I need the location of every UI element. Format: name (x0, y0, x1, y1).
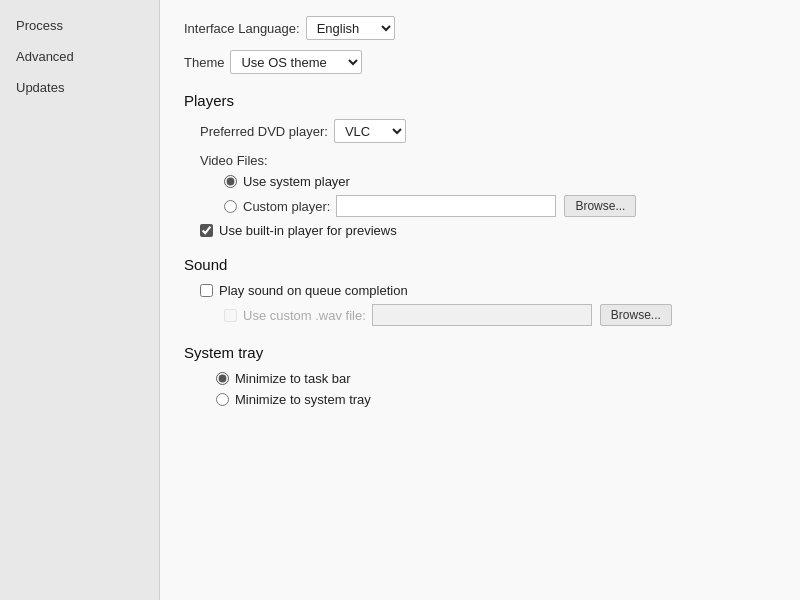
system-tray-section-title: System tray (184, 344, 776, 361)
builtin-player-row: Use built-in player for previews (200, 223, 776, 238)
minimize-tray-radio[interactable] (216, 393, 229, 406)
minimize-tray-row: Minimize to system tray (216, 392, 776, 407)
builtin-player-label: Use built-in player for previews (219, 223, 397, 238)
custom-wav-row: Use custom .wav file: Browse... (224, 304, 776, 326)
use-system-player-row: Use system player (224, 174, 776, 189)
players-section-title: Players (184, 92, 776, 109)
builtin-player-checkbox[interactable] (200, 224, 213, 237)
custom-player-row: Custom player: Browse... (224, 195, 776, 217)
custom-player-input-group: Browse... (336, 195, 636, 217)
sidebar: Process Advanced Updates (0, 0, 160, 600)
custom-wav-browse-button[interactable]: Browse... (600, 304, 672, 326)
custom-player-label: Custom player: (243, 199, 330, 214)
video-files-label: Video Files: (200, 153, 776, 168)
sidebar-item-updates[interactable]: Updates (0, 72, 159, 103)
interface-language-row: Interface Language: English (184, 16, 776, 40)
custom-wav-input[interactable] (372, 304, 592, 326)
interface-language-label: Interface Language: (184, 21, 300, 36)
custom-player-browse-button[interactable]: Browse... (564, 195, 636, 217)
dvd-player-row: Preferred DVD player: VLC (200, 119, 776, 143)
minimize-tray-label: Minimize to system tray (235, 392, 371, 407)
sound-section-title: Sound (184, 256, 776, 273)
custom-wav-checkbox[interactable] (224, 309, 237, 322)
minimize-taskbar-row: Minimize to task bar (216, 371, 776, 386)
interface-language-select[interactable]: English (306, 16, 395, 40)
custom-player-input[interactable] (336, 195, 556, 217)
sidebar-item-process[interactable]: Process (0, 10, 159, 41)
custom-wav-label: Use custom .wav file: (243, 308, 366, 323)
minimize-taskbar-label: Minimize to task bar (235, 371, 351, 386)
use-system-player-label: Use system player (243, 174, 350, 189)
minimize-taskbar-radio[interactable] (216, 372, 229, 385)
dvd-player-select[interactable]: VLC (334, 119, 406, 143)
play-sound-checkbox[interactable] (200, 284, 213, 297)
custom-player-radio[interactable] (224, 200, 237, 213)
theme-row: Theme Use OS theme (184, 50, 776, 74)
play-sound-row: Play sound on queue completion (200, 283, 776, 298)
theme-label: Theme (184, 55, 224, 70)
system-tray-subsection: Minimize to task bar Minimize to system … (200, 371, 776, 407)
sound-subsection: Play sound on queue completion Use custo… (200, 283, 776, 326)
use-system-player-radio[interactable] (224, 175, 237, 188)
custom-wav-input-group: Browse... (372, 304, 672, 326)
main-content: Interface Language: English Theme Use OS… (160, 0, 800, 600)
theme-select[interactable]: Use OS theme (230, 50, 362, 74)
players-subsection: Preferred DVD player: VLC Video Files: U… (200, 119, 776, 238)
dvd-player-label: Preferred DVD player: (200, 124, 328, 139)
sidebar-item-advanced[interactable]: Advanced (0, 41, 159, 72)
play-sound-label: Play sound on queue completion (219, 283, 408, 298)
